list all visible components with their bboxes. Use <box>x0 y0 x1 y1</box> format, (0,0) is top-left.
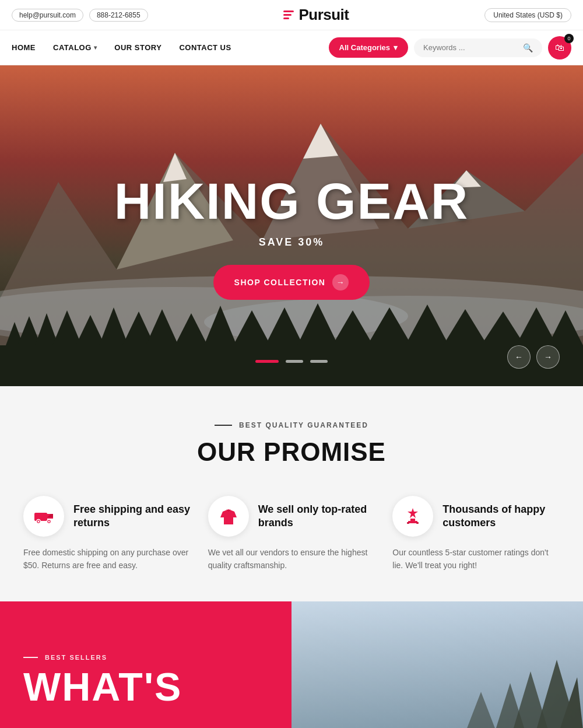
logo-icon <box>283 10 294 19</box>
svg-rect-45 <box>416 522 419 524</box>
promise-section: BEST QUALITY GUARANTEED OUR PROMISE Fr <box>0 386 583 601</box>
promise-card-header-3: Thousands of happy customers <box>392 496 560 537</box>
hero-subtitle: SAVE 30% <box>259 236 325 249</box>
brands-card-text: We vet all our vendors to ensure the hig… <box>208 546 375 572</box>
nav-catalog[interactable]: CATALOG ▾ <box>53 43 97 52</box>
brands-card-title: We sell only top-rated brands <box>258 503 375 530</box>
slide-dot-3[interactable] <box>310 360 328 363</box>
slider-indicators <box>255 360 328 363</box>
hero-title: HIKING GEAR <box>114 176 469 227</box>
phone-contact: 888-212-6855 <box>89 9 148 22</box>
hero-section: HIKING GEAR SAVE 30% SHOP COLLECTION → ←… <box>0 65 583 386</box>
email-contact: help@pursuit.com <box>12 9 83 22</box>
promise-card-brands: We sell only top-rated brands We vet all… <box>208 496 375 572</box>
svg-rect-44 <box>407 522 409 524</box>
chevron-down-icon: ▾ <box>394 43 398 52</box>
svg-rect-43 <box>410 519 415 522</box>
shop-collection-button[interactable]: SHOP COLLECTION → <box>213 265 370 300</box>
chevron-down-icon: ▾ <box>94 44 97 51</box>
search-icon[interactable]: 🔍 <box>523 43 533 52</box>
promise-section-label: BEST QUALITY GUARANTEED <box>23 421 560 429</box>
tree-silhouette <box>292 601 583 728</box>
truck-icon <box>33 506 54 527</box>
search-input[interactable] <box>423 43 523 52</box>
bestsellers-right-panel <box>292 601 583 728</box>
customers-card-text: Our countless 5-star customer ratings do… <box>392 546 560 572</box>
contact-info: help@pursuit.com 888-212-6855 <box>12 9 148 22</box>
promise-card-header-1: Free shipping and easy returns <box>23 496 191 537</box>
hero-content: HIKING GEAR SAVE 30% SHOP COLLECTION → <box>0 65 583 386</box>
all-categories-button[interactable]: All Categories ▾ <box>329 37 408 58</box>
customers-icon-wrap <box>392 496 433 537</box>
svg-point-37 <box>38 521 40 523</box>
trophy-icon <box>402 506 423 527</box>
next-slide-button[interactable]: → <box>536 345 560 369</box>
svg-rect-32 <box>34 513 47 521</box>
nav-home[interactable]: HOME <box>12 43 36 52</box>
shipping-icon-wrap <box>23 496 64 537</box>
promise-card-shipping: Free shipping and easy returns Free dome… <box>23 496 191 572</box>
customers-card-title: Thousands of happy customers <box>442 503 560 530</box>
brands-icon-wrap <box>208 496 249 537</box>
slide-dot-2[interactable] <box>286 360 303 363</box>
nav-contact-us[interactable]: CONTACT US <box>179 43 231 52</box>
cart-badge: 0 <box>564 34 574 43</box>
promise-card-customers: Thousands of happy customers Our countle… <box>392 496 560 572</box>
promise-cards: Free shipping and easy returns Free dome… <box>23 496 560 572</box>
nav-links: HOME CATALOG ▾ OUR STORY CONTACT US <box>12 43 311 52</box>
arrow-right-icon: → <box>332 274 349 290</box>
main-navbar: HOME CATALOG ▾ OUR STORY CONTACT US All … <box>0 30 583 65</box>
promise-card-header-2: We sell only top-rated brands <box>208 496 375 537</box>
shipping-card-title: Free shipping and easy returns <box>73 503 191 530</box>
nav-our-story[interactable]: OUR STORY <box>114 43 161 52</box>
carousel-arrows: ← → <box>507 345 560 369</box>
shipping-card-text: Free domestic shipping on any purchase o… <box>23 546 191 572</box>
promise-section-title: OUR PROMISE <box>23 438 560 467</box>
cart-button[interactable]: 🛍 0 <box>548 36 571 60</box>
bestsellers-title: WHAT'S <box>23 667 268 706</box>
bestsellers-left-panel: BEST SELLERS WHAT'S <box>0 601 292 728</box>
currency-selector[interactable]: United States (USD $) <box>484 8 571 22</box>
shirt-icon <box>218 506 239 527</box>
bestsellers-label: BEST SELLERS <box>23 654 268 661</box>
svg-point-38 <box>48 521 50 523</box>
slide-dot-1[interactable] <box>255 360 279 363</box>
prev-slide-button[interactable]: ← <box>507 345 531 369</box>
search-wrapper: 🔍 <box>414 38 542 57</box>
svg-marker-41 <box>408 508 418 518</box>
top-bar: help@pursuit.com 888-212-6855 Pursuit Un… <box>0 0 583 30</box>
nav-actions: All Categories ▾ 🔍 🛍 0 <box>329 36 571 60</box>
logo-text: Pursuit <box>298 6 349 24</box>
bestsellers-section: BEST SELLERS WHAT'S <box>0 601 583 728</box>
site-logo[interactable]: Pursuit <box>283 6 349 24</box>
